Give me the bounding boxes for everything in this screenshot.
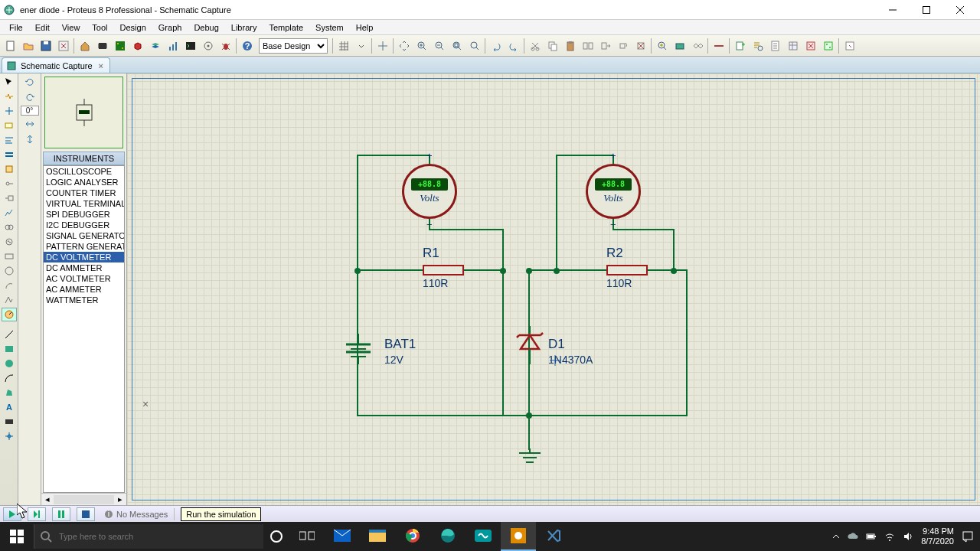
tray-chevron-icon[interactable] [832, 533, 840, 540]
list-item[interactable]: OSCILLOSCOPE [44, 166, 124, 177]
zoom-in-icon[interactable] [413, 37, 430, 54]
list-item[interactable]: PATTERN GENERATOR [44, 241, 124, 252]
text-search-icon[interactable] [750, 37, 766, 54]
circle2d-icon[interactable] [2, 357, 17, 370]
list-item[interactable]: DC VOLTMETER [44, 252, 124, 262]
wire-settings-icon[interactable] [710, 37, 727, 54]
subcircuit-mode-icon[interactable] [2, 162, 17, 176]
zoom-out-icon[interactable] [431, 37, 447, 54]
list-item[interactable]: LOGIC ANALYSER [44, 177, 124, 187]
list-item[interactable]: COUNTER TIMER [44, 187, 124, 198]
pan-icon[interactable] [396, 37, 412, 54]
menu-file[interactable]: File [3, 21, 29, 34]
stop-button[interactable] [77, 507, 95, 521]
d1-ref[interactable]: D1 [548, 337, 565, 352]
menu-tool[interactable]: Tool [86, 21, 113, 34]
tray-battery-icon[interactable] [866, 531, 877, 542]
tray-clock[interactable]: 9:48 PM 8/7/2020 [921, 527, 954, 546]
arc-mode-icon[interactable] [2, 279, 17, 292]
text-mode-icon[interactable] [2, 133, 17, 147]
save-icon[interactable] [38, 37, 54, 54]
step-button[interactable] [28, 507, 46, 521]
pcb-icon[interactable] [112, 37, 128, 54]
r1-value[interactable]: 110R [423, 277, 448, 289]
terminal-icon[interactable] [182, 37, 198, 54]
list-item[interactable]: WATTMETER [44, 295, 124, 305]
pick-icon[interactable] [654, 37, 670, 54]
close-button[interactable] [943, 1, 977, 19]
design-combo[interactable]: Base Design [259, 38, 328, 54]
menu-edit[interactable]: Edit [29, 21, 56, 34]
origin-icon[interactable] [374, 37, 390, 54]
bat-value[interactable]: 12V [384, 354, 403, 366]
new-icon[interactable] [2, 37, 18, 54]
vscode-app-icon[interactable] [536, 522, 571, 551]
r2-value[interactable]: 110R [606, 277, 632, 289]
open-icon[interactable] [20, 37, 36, 54]
ic-icon[interactable] [94, 37, 110, 54]
grid-icon[interactable] [335, 37, 351, 54]
tape-mode-icon[interactable] [2, 220, 17, 234]
list-scrollbar[interactable]: ◂▸ [41, 493, 126, 505]
arc2d-icon[interactable] [2, 371, 17, 385]
package-icon[interactable] [671, 37, 688, 54]
menu-system[interactable]: System [309, 21, 350, 34]
cortana-button[interactable] [263, 530, 289, 543]
tray-notifications-icon[interactable] [962, 530, 974, 543]
mail-app-icon[interactable] [325, 522, 360, 551]
symbol2d-icon[interactable] [2, 415, 17, 429]
bom-icon[interactable] [785, 37, 801, 54]
list-item[interactable]: VIRTUAL TERMINAL [44, 198, 124, 209]
start-button[interactable] [0, 522, 34, 551]
list-item[interactable]: SPI DEBUGGER [44, 209, 124, 220]
copy-icon[interactable] [544, 37, 560, 54]
menu-help[interactable]: Help [350, 21, 380, 34]
chrome-app-icon[interactable] [395, 522, 430, 551]
instruments-list[interactable]: OSCILLOSCOPELOGIC ANALYSERCOUNTER TIMERV… [43, 165, 125, 493]
bat-ref[interactable]: BAT1 [384, 337, 416, 352]
d1-component[interactable] [514, 326, 545, 364]
rotate-ccw-icon[interactable] [22, 90, 38, 104]
mirror-h-icon[interactable] [22, 117, 38, 131]
cube-icon[interactable] [129, 37, 145, 54]
block-delete-icon[interactable] [632, 37, 648, 54]
select-mode-icon[interactable] [2, 75, 17, 89]
instrument-mode-icon[interactable] [2, 308, 17, 321]
list-item[interactable]: AC VOLTMETER [44, 273, 124, 284]
list-item[interactable]: DC AMMETER [44, 262, 124, 273]
r1-body[interactable] [423, 265, 464, 276]
layers-icon[interactable] [147, 37, 163, 54]
line2d-icon[interactable] [2, 328, 17, 341]
zoom-fit-icon[interactable] [449, 37, 465, 54]
paste-icon[interactable] [562, 37, 578, 54]
bug-icon[interactable] [217, 37, 234, 54]
arduino-app-icon[interactable] [466, 522, 501, 551]
settings-icon[interactable] [200, 37, 216, 54]
schematic-canvas[interactable]: BAT1 12V R1 110R R2 110R D1 1N4370A +88.… [127, 73, 980, 505]
menu-debug[interactable]: Debug [188, 21, 224, 34]
rectangle-mode-icon[interactable] [2, 249, 17, 263]
help-icon[interactable]: ? [239, 37, 255, 54]
closed2d-icon[interactable] [2, 386, 17, 399]
component-mode-icon[interactable] [2, 90, 17, 103]
list-item[interactable]: SIGNAL GENERATOR [44, 230, 124, 241]
pause-button[interactable] [52, 507, 70, 521]
play-button[interactable] [3, 507, 21, 521]
explorer-app-icon[interactable] [360, 522, 395, 551]
battery-component[interactable] [335, 334, 381, 364]
list-item[interactable]: I2C DEBUGGER [44, 220, 124, 230]
block-copy-icon[interactable] [580, 37, 596, 54]
junction-mode-icon[interactable] [2, 104, 17, 118]
tray-sound-icon[interactable] [903, 531, 913, 542]
label-mode-icon[interactable] [2, 119, 17, 132]
r1-ref[interactable]: R1 [423, 246, 439, 261]
tray-wifi-icon[interactable] [884, 531, 895, 542]
minimize-button[interactable] [876, 1, 910, 19]
menu-template[interactable]: Template [263, 21, 309, 34]
menu-view[interactable]: View [56, 21, 87, 34]
menu-graph[interactable]: Graph [152, 21, 188, 34]
taskview-icon[interactable] [289, 522, 325, 551]
undo-icon[interactable] [488, 37, 504, 54]
decompose-icon[interactable] [689, 37, 705, 54]
chart-icon[interactable] [165, 37, 181, 54]
